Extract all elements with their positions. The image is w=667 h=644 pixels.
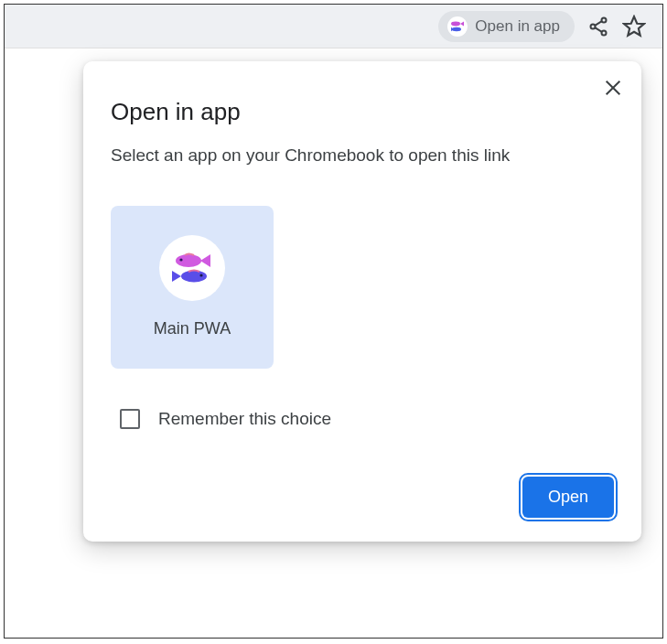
svg-point-6 [602,30,607,35]
open-in-app-dialog: Open in app Select an app on your Chrome… [83,61,641,542]
open-button[interactable]: Open [522,477,614,518]
browser-toolbar: Open in app [5,5,662,48]
open-in-app-chip[interactable]: Open in app [438,11,575,42]
star-icon[interactable] [622,15,646,38]
svg-line-7 [595,21,602,26]
app-fish-icon [447,16,468,37]
svg-marker-9 [624,16,644,36]
app-tile-label: Main PWA [154,319,231,338]
remember-label: Remember this choice [158,409,331,429]
svg-marker-16 [172,271,181,282]
svg-line-8 [595,27,602,32]
dialog-title: Open in app [111,98,614,126]
svg-marker-1 [460,21,464,26]
svg-point-14 [179,258,182,261]
content-area: Open in app Select an app on your Chrome… [5,48,662,638]
share-icon[interactable] [587,16,609,38]
close-icon[interactable] [603,78,623,102]
svg-point-17 [199,274,202,276]
svg-point-0 [451,21,460,26]
svg-point-15 [181,271,207,283]
remember-choice-row: Remember this choice [120,409,614,429]
svg-point-5 [591,24,596,28]
dialog-actions: Open [111,477,614,518]
chip-label: Open in app [475,17,560,36]
app-fish-icon [159,235,225,301]
dialog-subtitle: Select an app on your Chromebook to open… [111,143,568,169]
svg-marker-13 [200,254,210,267]
svg-point-12 [176,254,201,267]
svg-point-4 [602,17,607,22]
remember-checkbox[interactable] [120,409,140,429]
app-tile-main-pwa[interactable]: Main PWA [111,206,274,369]
